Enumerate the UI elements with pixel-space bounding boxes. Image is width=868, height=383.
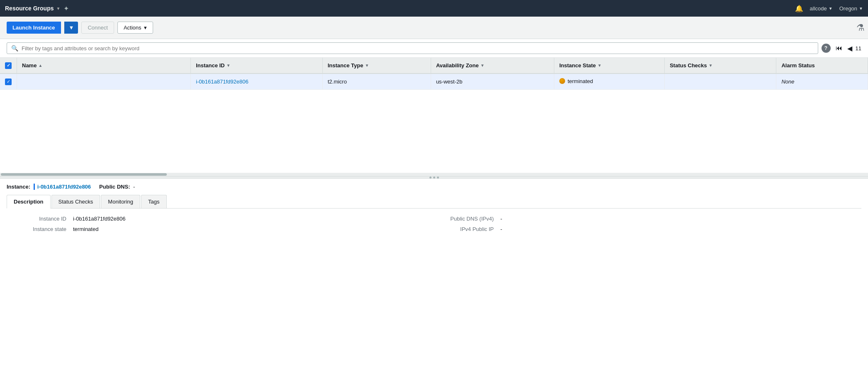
detail-row-ipv4: IPv4 Public IP - [434,224,861,234]
search-help-button[interactable]: ? [822,44,831,53]
table-header-row: ✓ Name ▲ Instance ID ▼ [0,58,868,74]
detail-grid: Instance ID i-0b161a871fd92e806 Instance… [7,214,861,234]
row-name [17,74,191,90]
resource-groups-menu[interactable]: Resource Groups ▼ [5,5,60,12]
user-chevron: ▼ [829,6,833,11]
field-value-public-dns: - [500,216,502,222]
flask-icon: ⚗ [856,22,865,33]
field-label-ipv4: IPv4 Public IP [434,226,500,232]
search-input-wrap: 🔍 [7,42,818,54]
user-menu[interactable]: allcode ▼ [810,5,833,12]
empty-table-area [0,90,868,173]
col-name-sort: ▲ [38,63,42,68]
divider-dot-2 [433,177,435,179]
row-checkbox-cell[interactable]: ✓ [0,74,17,90]
first-page-button[interactable]: ⏮ [834,44,844,52]
select-all-checkbox[interactable]: ✓ [5,62,12,69]
tab-tags-label: Tags [148,199,159,205]
divider-dot-3 [437,177,439,179]
horizontal-scrollbar[interactable] [0,173,868,176]
connect-button[interactable]: Connect [81,22,114,34]
table-row[interactable]: ✓ i-0b161a871fd92e806 t2.micro us-west-2… [0,74,868,90]
instances-table-container: ✓ Name ▲ Instance ID ▼ [0,58,868,90]
pin-icon[interactable]: ✦ [63,5,69,12]
col-instance-id-sort: ▼ [227,63,231,68]
region-menu[interactable]: Oregon ▼ [839,5,863,12]
col-header-status-checks[interactable]: Status Checks ▼ [665,58,776,74]
row-checkbox-check: ✓ [7,79,10,84]
detail-row-public-dns: Public DNS (IPv4) - [434,214,861,224]
bell-icon[interactable]: 🔔 [795,5,803,12]
col-header-name[interactable]: Name ▲ [17,58,191,74]
col-alarm-status-label: Alarm Status [781,62,814,69]
state-label: terminated [568,78,593,84]
detail-row-instance-state: Instance state terminated [7,224,434,234]
scrollbar-thumb[interactable] [1,173,167,176]
field-label-instance-state: Instance state [7,226,73,232]
col-header-alarm-status[interactable]: Alarm Status [776,58,868,74]
tab-status-checks-label: Status Checks [59,199,93,205]
dns-value: - [133,184,135,190]
col-state-label: Instance State [559,62,596,69]
tab-monitoring[interactable]: Monitoring [101,195,140,208]
detail-row-instance-id: Instance ID i-0b161a871fd92e806 [7,214,434,224]
search-icon: 🔍 [11,45,18,52]
nav-left: Resource Groups ▼ ✦ [5,5,69,12]
col-header-instance-state[interactable]: Instance State ▼ [554,58,664,74]
actions-button[interactable]: Actions ▾ [117,22,153,34]
col-instance-type-sort: ▼ [365,63,369,68]
detail-header: Instance: i-0b161a871fd92e806 Public DNS… [7,184,861,190]
page-info: 11 [856,45,861,52]
col-instance-type-label: Instance Type [328,62,363,69]
col-state-sort: ▼ [597,63,602,68]
brand-label: Resource Groups [5,5,54,12]
row-status-checks [665,74,776,90]
col-header-instance-type[interactable]: Instance Type ▼ [322,58,431,74]
col-header-availability-zone[interactable]: Availability Zone ▼ [431,58,554,74]
row-checkbox[interactable]: ✓ [5,79,12,85]
col-header-instance-id[interactable]: Instance ID ▼ [191,58,323,74]
search-input[interactable] [22,45,814,52]
tab-tags[interactable]: Tags [141,195,166,208]
pagination: ⏮ ◀ 11 [834,44,861,52]
row-alarm-status: None [776,74,868,90]
tab-status-checks[interactable]: Status Checks [51,195,100,208]
tab-description-label: Description [14,199,44,205]
field-label-public-dns: Public DNS (IPv4) [434,216,500,222]
row-availability-zone: us-west-2b [431,74,554,90]
instance-label: Instance: [7,184,30,190]
instance-header-label: Instance: i-0b161a871fd92e806 [7,184,91,190]
top-navigation: Resource Groups ▼ ✦ 🔔 allcode ▼ Oregon ▼ [0,0,868,17]
dns-label: Public DNS: [99,184,130,190]
search-bar: 🔍 ? ⏮ ◀ 11 [0,39,868,58]
region-label: Oregon [839,5,857,12]
detail-panel: Instance: i-0b161a871fd92e806 Public DNS… [0,179,868,239]
field-value-ipv4: - [500,226,502,232]
brand-chevron: ▼ [56,6,60,11]
actions-chevron: ▾ [144,25,147,31]
row-instance-type: t2.micro [322,74,431,90]
field-value-instance-id: i-0b161a871fd92e806 [73,216,126,222]
user-label: allcode [810,5,827,12]
prev-page-button[interactable]: ◀ [846,44,854,52]
launch-dropdown-icon: ▼ [69,25,74,31]
header-checkbox-cell[interactable]: ✓ [0,58,17,74]
instances-table: ✓ Name ▲ Instance ID ▼ [0,58,868,90]
launch-instance-dropdown[interactable]: ▼ [64,22,78,34]
state-dot-icon [559,78,565,84]
launch-instance-button[interactable]: Launch Instance [7,22,61,34]
region-chevron: ▼ [859,6,863,11]
divider-dot-1 [429,177,432,179]
dns-header: Public DNS: - [99,184,135,190]
field-value-instance-state: terminated [73,226,98,232]
state-indicator: terminated [559,78,593,84]
row-instance-id[interactable]: i-0b161a871fd92e806 [191,74,323,90]
col-az-sort: ▼ [480,63,485,68]
tab-description[interactable]: Description [7,195,51,209]
col-status-checks-sort: ▼ [709,63,713,68]
col-az-label: Availability Zone [436,62,479,69]
detail-col-left: Instance ID i-0b161a871fd92e806 Instance… [7,214,434,234]
checkbox-check-icon: ✓ [7,63,10,68]
col-instance-id-label: Instance ID [196,62,224,69]
detail-col-right: Public DNS (IPv4) - IPv4 Public IP - [434,214,861,234]
